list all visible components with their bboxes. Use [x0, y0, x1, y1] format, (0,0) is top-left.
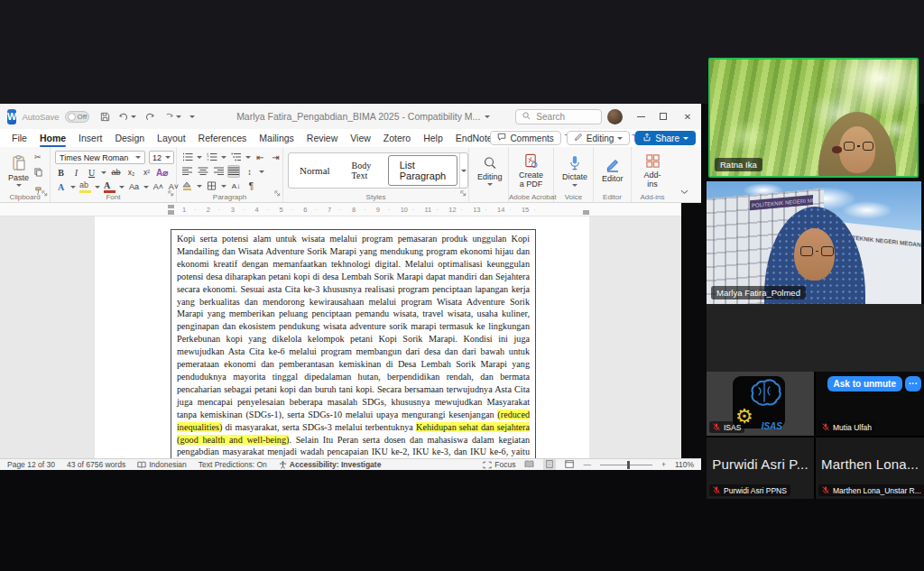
clear-formatting-button[interactable]: A⌀: [156, 166, 168, 179]
style-normal[interactable]: Normal: [289, 153, 341, 188]
clipboard-dialog-launcher[interactable]: [42, 184, 48, 200]
highlight-dropdown[interactable]: [95, 186, 100, 189]
editing-menu-button[interactable]: Editing: [474, 151, 506, 191]
print-layout-button[interactable]: [543, 459, 556, 471]
paste-button[interactable]: Paste: [5, 151, 32, 191]
tab-home[interactable]: Home: [33, 131, 72, 145]
borders-button[interactable]: [206, 180, 217, 192]
grow-font-button[interactable]: A˄: [152, 180, 164, 193]
change-case-dropdown[interactable]: [143, 186, 149, 189]
subscript-button[interactable]: x₂: [125, 166, 137, 179]
zoom-level[interactable]: 110%: [675, 460, 694, 469]
increase-indent-button[interactable]: ⇥: [270, 151, 282, 163]
title-dropdown-icon[interactable]: [485, 115, 490, 118]
proofing-status[interactable]: Indonesian: [137, 460, 187, 469]
line-spacing-dropdown[interactable]: [259, 170, 264, 173]
copy-icon[interactable]: [34, 164, 42, 180]
ruler[interactable]: 1·2·3·4·5·6·7·8·9·10·11·12·13·14·15·: [0, 203, 701, 216]
redo-button[interactable]: [144, 112, 155, 122]
video-tile-marthen[interactable]: Marthen Lona... Marthen Lona_Unstar R...: [816, 437, 924, 499]
page-indicator[interactable]: Page 12 of 30: [7, 460, 55, 469]
styles-gallery-more[interactable]: [459, 153, 467, 188]
shading-button[interactable]: [181, 180, 193, 192]
style-body-text[interactable]: Body Text: [341, 153, 386, 188]
highlight-color-button[interactable]: ab: [79, 180, 91, 193]
underline-dropdown[interactable]: [101, 171, 106, 174]
shading-dropdown[interactable]: [197, 185, 202, 188]
font-dialog-launcher[interactable]: [168, 184, 174, 200]
read-mode-button[interactable]: [524, 460, 534, 470]
first-line-indent-marker[interactable]: [168, 205, 174, 208]
focus-mode-button[interactable]: Focus: [483, 460, 515, 469]
tab-view[interactable]: View: [344, 131, 377, 145]
tab-references[interactable]: References: [192, 131, 254, 145]
cut-icon[interactable]: ✂: [34, 152, 42, 161]
text-effects-dropdown[interactable]: [70, 186, 76, 189]
repeat-button[interactable]: [163, 112, 181, 122]
font-size-select[interactable]: 12: [149, 151, 174, 164]
zoom-out-button[interactable]: —: [583, 460, 591, 469]
video-tile-isas[interactable]: ⚙ ISAS ISAS: [707, 372, 814, 436]
styles-dialog-launcher[interactable]: [460, 184, 467, 200]
search-input[interactable]: Search: [515, 109, 602, 124]
change-case-button[interactable]: Aa: [128, 180, 140, 193]
video-tile-mutia[interactable]: Ask to unmute ··· Mutia Ulfah: [816, 372, 924, 436]
justify-button[interactable]: [227, 165, 240, 178]
superscript-button[interactable]: x²: [141, 166, 152, 179]
video-tile-purwidi[interactable]: Purwidi Asri P... Purwidi Asri PPNS: [707, 437, 814, 499]
multilevel-dropdown[interactable]: [245, 156, 251, 159]
video-tile-ratna[interactable]: Ratna Ika: [708, 58, 919, 178]
tab-review[interactable]: Review: [300, 131, 344, 145]
ask-to-unmute-button[interactable]: Ask to unmute: [827, 376, 902, 391]
editing-mode-button[interactable]: Editing: [567, 131, 631, 145]
zoom-slider[interactable]: [600, 465, 652, 465]
line-spacing-button[interactable]: ↕: [244, 165, 255, 178]
account-avatar[interactable]: [607, 109, 623, 124]
text-predictions[interactable]: Text Predictions: On: [199, 460, 267, 469]
bullet-list-button[interactable]: [181, 151, 193, 163]
tab-design[interactable]: Design: [108, 131, 151, 145]
sort-button[interactable]: A↓: [230, 180, 242, 192]
tab-file[interactable]: File: [5, 131, 33, 145]
zoom-slider-thumb[interactable]: [627, 461, 630, 469]
zoom-in-button[interactable]: +: [661, 460, 666, 469]
word-count[interactable]: 43 of 6756 words: [67, 460, 125, 469]
paragraph-dialog-launcher[interactable]: [274, 184, 281, 200]
multilevel-list-button[interactable]: [230, 151, 242, 163]
italic-button[interactable]: I: [70, 166, 82, 179]
align-center-button[interactable]: [197, 165, 208, 178]
text-effects-button[interactable]: A: [55, 180, 67, 193]
right-indent-marker[interactable]: [583, 210, 589, 215]
document-canvas[interactable]: Kopi serta potensi alam untuk wisata mel…: [0, 216, 701, 458]
font-name-select[interactable]: Times New Roman: [55, 151, 145, 164]
web-layout-button[interactable]: [565, 460, 574, 470]
more-options-button[interactable]: ···: [905, 376, 921, 391]
addins-button[interactable]: Add-ins: [636, 151, 669, 191]
doc-paragraph[interactable]: Kopi serta potensi alam untuk wisata mel…: [171, 229, 536, 458]
number-list-button[interactable]: [206, 151, 217, 163]
style-list-paragraph[interactable]: List Paragraph: [388, 155, 457, 186]
bullet-dropdown[interactable]: [197, 156, 202, 159]
comments-button[interactable]: Comments: [490, 131, 560, 145]
tab-mailings[interactable]: Mailings: [253, 131, 300, 145]
align-left-button[interactable]: [181, 165, 193, 178]
create-pdf-button[interactable]: Create a PDF: [513, 151, 549, 191]
video-tile-marlya[interactable]: POLITEKNIK NEGERI MEDAN POLITEKNIK NEGER…: [707, 181, 921, 304]
collapse-ribbon-icon[interactable]: [680, 182, 688, 198]
editor-button[interactable]: Editor: [598, 151, 627, 191]
minimize-button[interactable]: [637, 116, 645, 117]
customize-qat-icon[interactable]: [189, 115, 195, 118]
underline-button[interactable]: U: [86, 166, 97, 179]
tab-layout[interactable]: Layout: [151, 131, 192, 145]
share-button[interactable]: Share: [635, 131, 696, 145]
tab-help[interactable]: Help: [417, 131, 449, 145]
autosave-toggle[interactable]: Off: [65, 111, 90, 123]
font-color-button[interactable]: A: [104, 180, 116, 193]
bold-button[interactable]: B: [55, 166, 67, 179]
accessibility-status[interactable]: Accessibility: Investigate: [279, 460, 382, 469]
tab-insert[interactable]: Insert: [72, 131, 108, 145]
strikethrough-button[interactable]: ab: [110, 166, 122, 179]
close-button[interactable]: ✕: [681, 112, 694, 122]
undo-button[interactable]: [118, 112, 136, 122]
hanging-indent-marker[interactable]: [168, 210, 174, 215]
